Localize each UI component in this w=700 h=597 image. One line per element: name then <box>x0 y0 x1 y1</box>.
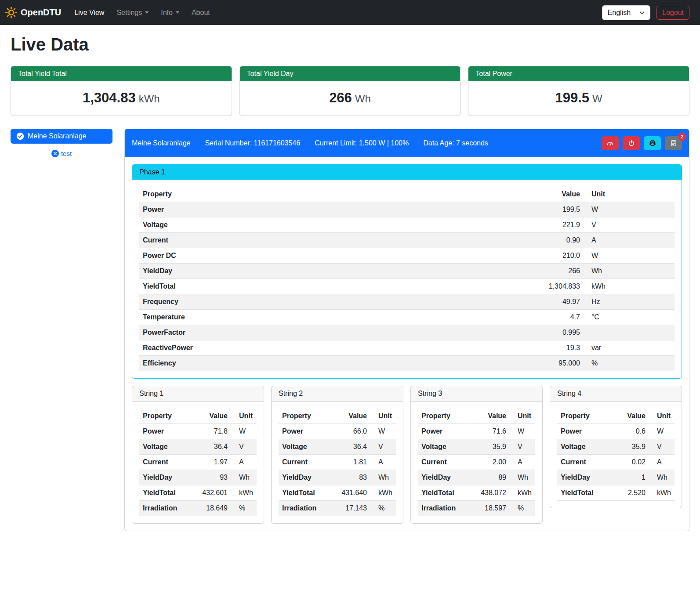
row-unit: % <box>370 501 396 516</box>
sun-icon <box>5 7 17 18</box>
nav-item-label: About <box>192 9 210 17</box>
row-value: 36.4 <box>337 439 370 455</box>
nav-item-live-view[interactable]: Live View <box>68 5 110 20</box>
x-circle-icon <box>51 150 59 157</box>
row-property: YieldDay <box>279 470 337 485</box>
row-unit: A <box>584 233 675 248</box>
table-row: Current 0.02 A <box>557 455 675 470</box>
row-property: YieldTotal <box>557 485 616 501</box>
table-row: Power 199.5 W <box>139 202 675 217</box>
row-unit: V <box>231 439 257 455</box>
string-card-3: String 3 Property Value Unit <box>410 386 543 524</box>
col-header-value: Value <box>530 187 584 202</box>
row-property: Power <box>139 424 198 439</box>
string-table: Property Value Unit Power <box>557 409 675 501</box>
summary-cards: Total Yield Total 1,304.83kWh Total Yiel… <box>11 66 689 116</box>
row-value: 210.0 <box>530 248 584 264</box>
nav-item-label: Info <box>161 9 173 17</box>
nav-item-about[interactable]: About <box>185 5 216 20</box>
table-header-row: Property Value Unit <box>418 409 535 424</box>
row-value: 432.601 <box>198 485 231 501</box>
row-unit: W <box>649 424 675 439</box>
row-unit: kWh <box>649 485 675 501</box>
nav-item-info[interactable]: Info <box>155 5 185 20</box>
language-select[interactable]: English <box>602 5 650 20</box>
table-row: Power 66.0 W <box>279 424 396 439</box>
power-toggle-button[interactable] <box>623 136 640 150</box>
table-row: YieldTotal 2.520 kWh <box>557 485 675 501</box>
row-property: Irradiation <box>139 501 198 516</box>
inverter-select-button[interactable]: Meine Solaranlage <box>11 129 112 144</box>
nav-item-settings[interactable]: Settings <box>110 5 155 20</box>
row-unit: A <box>370 455 396 470</box>
summary-card-body: 1,304.83kWh <box>11 81 232 116</box>
table-row: YieldTotal 432.601 kWh <box>139 485 257 501</box>
row-value: 1 <box>616 470 649 485</box>
inverter-card-header: Meine Solaranlage Serial Number: 1161716… <box>125 129 689 157</box>
col-header-value: Value <box>477 409 510 424</box>
limit-settings-button[interactable] <box>602 136 619 150</box>
col-header-value: Value <box>616 409 649 424</box>
logout-button[interactable]: Logout <box>656 6 689 20</box>
summary-card-unit: kWh <box>139 93 160 105</box>
content-row: Meine Solaranlage test Meine Solaranlage… <box>11 129 689 531</box>
row-unit: W <box>231 424 257 439</box>
string-card-1: String 1 Property Value Unit <box>132 386 264 524</box>
strings-row: String 1 Property Value Unit <box>132 386 682 524</box>
row-unit: W <box>370 424 396 439</box>
col-header-value: Value <box>198 409 231 424</box>
row-property: Power <box>279 424 337 439</box>
col-header-unit: Unit <box>584 187 675 202</box>
string-card-4: String 4 Property Value Unit <box>550 386 682 508</box>
row-property: PowerFactor <box>139 325 530 340</box>
row-unit: A <box>510 455 535 470</box>
summary-card-title: Total Yield Day <box>240 66 461 81</box>
row-property: Temperature <box>139 310 530 325</box>
table-row: YieldDay 83 Wh <box>279 470 396 485</box>
row-property: YieldTotal <box>418 485 477 501</box>
event-log-button[interactable]: 2 <box>665 136 682 150</box>
row-unit: kWh <box>584 279 675 294</box>
row-value: 0.995 <box>530 325 584 340</box>
test-inverter-label: test <box>61 150 72 157</box>
row-property: Current <box>139 455 198 470</box>
table-row: Power 0.6 W <box>557 424 675 439</box>
row-property: Power <box>557 424 616 439</box>
cpu-chip-icon <box>649 140 656 147</box>
row-property: Voltage <box>418 439 477 455</box>
chevron-down-icon <box>145 11 149 14</box>
row-property: Current <box>418 455 477 470</box>
string-card-body: Property Value Unit Power <box>550 402 682 508</box>
row-unit: V <box>584 217 675 233</box>
test-inverter-link[interactable]: test <box>11 150 112 157</box>
table-header-row: Property Value Unit <box>557 409 675 424</box>
row-property: Efficiency <box>139 356 530 371</box>
inverter-name: Meine Solaranlage <box>132 139 190 147</box>
string-card-body: Property Value Unit Power <box>132 402 264 523</box>
col-header-unit: Unit <box>231 409 257 424</box>
table-row: ReactivePower 19.3 var <box>139 340 675 356</box>
summary-card-unit: W <box>592 93 602 105</box>
brand-link[interactable]: OpenDTU <box>5 7 61 18</box>
table-row: Voltage 36.4 V <box>279 439 396 455</box>
table-row: Frequency 49.97 Hz <box>139 294 675 310</box>
event-count-badge: 2 <box>678 133 686 141</box>
table-row: Current 1.97 A <box>139 455 257 470</box>
table-row: Voltage 35.9 V <box>418 439 535 455</box>
row-property: Irradiation <box>279 501 337 516</box>
row-value: 0.6 <box>616 424 649 439</box>
row-property: YieldTotal <box>139 279 530 294</box>
row-property: YieldDay <box>139 264 530 279</box>
row-property: Power DC <box>139 248 530 264</box>
page-container: Live Data Total Yield Total 1,304.83kWh … <box>0 25 700 543</box>
col-header-property: Property <box>139 409 198 424</box>
row-value: 1,304.833 <box>530 279 584 294</box>
string-table: Property Value Unit Power <box>139 409 257 516</box>
row-value: 95.000 <box>530 356 584 371</box>
row-value: 18.597 <box>477 501 510 516</box>
nav-item-label: Live View <box>74 9 104 17</box>
col-header-property: Property <box>279 409 337 424</box>
row-value: 36.4 <box>198 439 231 455</box>
row-unit: W <box>584 202 675 217</box>
device-info-button[interactable] <box>644 136 661 150</box>
